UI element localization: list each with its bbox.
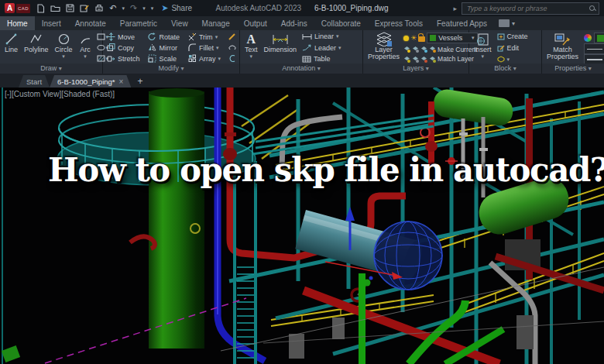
file-tab-close-icon[interactable]: × [119, 77, 124, 86]
tab-featured-apps[interactable]: Featured Apps [430, 16, 494, 30]
edit-block-button[interactable]: Edit [497, 44, 528, 52]
viewport-visual-style-control[interactable]: [Shaded (Fast)] [61, 90, 115, 98]
open-folder-icon[interactable] [50, 4, 60, 12]
match-properties-icon [554, 32, 570, 46]
help-search-box [462, 2, 599, 15]
lineweight-dropdown[interactable]: ByLayer [584, 54, 604, 64]
arc-button[interactable]: Arc ▾ [77, 32, 94, 64]
tab-home[interactable]: Home [0, 16, 35, 30]
table-button[interactable]: Table [302, 55, 341, 63]
lineweight-icon [587, 59, 602, 60]
offset-tool-icon[interactable] [228, 44, 236, 51]
redo-dropdown-icon[interactable]: ▾ [142, 5, 146, 12]
layer-properties-button[interactable]: Layer Properties [365, 32, 402, 64]
tab-manage[interactable]: Manage [195, 16, 237, 30]
polyline-button[interactable]: Polyline [22, 32, 51, 64]
layer-merge-icon[interactable] [420, 56, 427, 63]
panel-draw: Line Polyline Circle ▾ Arc ▾ ▾ [0, 30, 103, 74]
copy-button[interactable]: Copy [107, 43, 143, 52]
tab-addins[interactable]: Add-ins [274, 16, 314, 30]
new-file-icon[interactable] [36, 4, 45, 13]
file-tab-start[interactable]: Start [19, 75, 50, 88]
green-pipe-corner [2, 345, 20, 362]
tab-insert[interactable]: Insert [35, 16, 68, 30]
save-as-icon[interactable] [80, 4, 89, 12]
erase-tool-icon[interactable] [228, 33, 236, 40]
create-block-button[interactable]: Create [497, 33, 528, 40]
search-collapse-icon[interactable]: ▸ [453, 5, 457, 12]
panel-draw-title[interactable]: Draw ▾ [0, 64, 102, 74]
layer-prev-icon[interactable] [429, 56, 436, 63]
layer-lock-icon[interactable] [429, 46, 436, 53]
magenta-reference-line [45, 298, 246, 363]
column-vessel[interactable] [149, 88, 204, 349]
fillet-button[interactable]: Fillet▾ [188, 43, 225, 52]
dimension-icon [272, 32, 289, 46]
file-tab-document-label: 6-B-1000_Piping* [57, 77, 115, 86]
panel-block: Insert ▾ Create Edit ▾ Block ▾ [469, 30, 542, 74]
text-button[interactable]: A Text ▾ [242, 32, 260, 64]
layer-on-icon[interactable] [403, 36, 409, 41]
stretch-button[interactable]: Stretch [107, 54, 143, 63]
object-color-dropdown[interactable]: ByLayer [584, 33, 604, 43]
search-input[interactable] [465, 4, 589, 13]
tab-annotate[interactable]: Annotate [68, 16, 113, 30]
dimension-button[interactable]: Dimension [261, 32, 299, 64]
tab-view[interactable]: View [164, 16, 195, 30]
tab-collaborate[interactable]: Collaborate [314, 16, 368, 30]
file-tab-document[interactable]: 6-B-1000_Piping* × [50, 75, 131, 88]
search-icon[interactable] [589, 5, 595, 12]
panel-properties-title[interactable]: Properties ▾ [542, 64, 604, 74]
layer-off-icon[interactable] [403, 56, 410, 63]
share-icon: ➤ [161, 4, 168, 12]
scale-button[interactable]: Scale [148, 54, 183, 63]
autocad-logo-icon[interactable]: A CAD [5, 3, 30, 13]
layer-isolate-icon[interactable] [412, 46, 419, 53]
panel-annotation-title[interactable]: Annotation ▾ [240, 64, 362, 74]
layer-state-icon[interactable] [403, 46, 410, 53]
plot-icon[interactable] [94, 4, 104, 12]
new-drawing-tab-button[interactable]: + [137, 77, 142, 86]
drawing-area[interactable]: [-] [Custom View] [Shaded (Fast)] How to… [0, 88, 604, 364]
tab-parametric[interactable]: Parametric [113, 16, 164, 30]
layer-walk-icon[interactable] [412, 56, 419, 63]
layer-freeze-icon[interactable] [420, 46, 427, 53]
viewport-view-control[interactable]: [Custom View] [12, 90, 61, 98]
layer-thaw-icon[interactable]: ☀ [410, 35, 417, 42]
rotate-button[interactable]: Rotate [148, 33, 183, 41]
match-layer-button[interactable]: Match Layer [438, 55, 474, 63]
mirror-button[interactable]: Mirror [148, 43, 183, 52]
explode-tool-icon[interactable] [228, 55, 236, 62]
bylayer-color-swatch [597, 35, 604, 42]
linetype-dropdown[interactable]: ByLayer [584, 43, 604, 54]
block-attributes-button[interactable]: ▾ [497, 56, 528, 63]
linear-dimension-button[interactable]: Linear▾ [302, 33, 341, 40]
ribbon-display-toggle[interactable]: ▾ [499, 16, 515, 30]
undo-dropdown-icon[interactable]: ▾ [122, 5, 125, 12]
circle-button[interactable]: Circle ▾ [53, 32, 75, 64]
panel-modify: Move Rotate Trim▾ Copy Mirror Fillet▾ St… [103, 30, 240, 74]
redo-icon[interactable]: ↷ [130, 4, 137, 12]
tab-output[interactable]: Output [237, 16, 274, 30]
array-button[interactable]: Array▾ [188, 54, 225, 63]
save-icon[interactable] [66, 4, 74, 12]
logo-cad: CAD [16, 4, 30, 13]
panel-modify-title[interactable]: Modify ▾ [103, 64, 239, 74]
move-button[interactable]: Move [107, 33, 143, 41]
qat-customize-icon[interactable]: ▾ [151, 5, 154, 12]
viewport-menu-control[interactable]: [-] [5, 90, 12, 98]
match-properties-button[interactable]: Match Properties [544, 32, 581, 64]
insert-block-button[interactable]: Insert ▾ [472, 32, 494, 64]
trim-button[interactable]: Trim▾ [188, 33, 225, 41]
leader-button[interactable]: Leader▾ [302, 44, 341, 52]
viewport-controls: [-] [Custom View] [Shaded (Fast)] [5, 90, 115, 98]
piping-3d-model[interactable] [0, 88, 604, 364]
line-button[interactable]: Line [2, 32, 20, 64]
color-wheel-icon [584, 34, 592, 42]
panel-layers-title[interactable]: Layers ▾ [363, 64, 468, 74]
layer-unlock-icon[interactable] [418, 36, 425, 42]
panel-block-title[interactable]: Block ▾ [469, 64, 541, 74]
undo-icon[interactable]: ↶ [109, 4, 116, 12]
tab-express-tools[interactable]: Express Tools [368, 16, 430, 30]
share-button[interactable]: ➤ Share [161, 4, 192, 12]
